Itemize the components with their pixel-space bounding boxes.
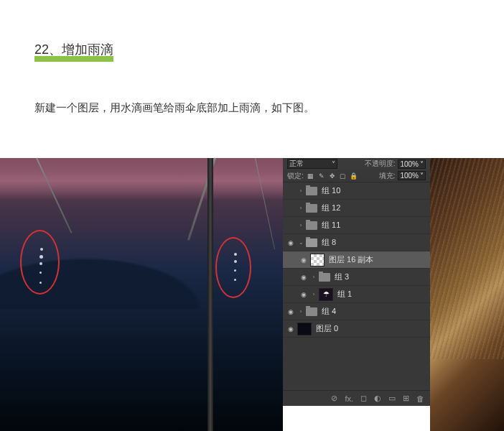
canvas-preview-left <box>0 158 283 431</box>
layer-row[interactable]: › 组 3 <box>283 269 430 286</box>
folder-icon <box>306 221 317 230</box>
lock-label: 锁定: <box>287 171 304 181</box>
raindrop <box>234 260 237 263</box>
blend-mode-select[interactable]: 正常˅ <box>287 159 337 169</box>
lock-all-icon[interactable]: 🔒 <box>350 172 358 180</box>
step-title: 22、增加雨滴 <box>34 43 113 62</box>
chevron-down-icon: ˅ <box>332 160 335 168</box>
layer-name: 组 1 <box>337 289 352 300</box>
expand-arrow-icon[interactable]: › <box>297 205 304 211</box>
raindrop <box>39 255 43 259</box>
layer-fx-icon[interactable]: fx. <box>345 394 353 403</box>
layer-row[interactable]: › 组 10 <box>283 182 430 200</box>
folder-icon <box>319 273 330 282</box>
expand-arrow-icon[interactable]: › <box>310 291 317 297</box>
layer-row[interactable]: 图层 0 <box>283 320 430 338</box>
layer-row[interactable]: › 组 4 <box>283 303 430 320</box>
raindrop <box>234 279 236 281</box>
new-group-icon[interactable]: ▭ <box>388 394 396 403</box>
expand-arrow-icon[interactable]: › <box>310 274 317 280</box>
layer-row[interactable]: › 组 12 <box>283 200 430 217</box>
raindrop <box>234 269 236 272</box>
folder-open-icon <box>306 238 317 247</box>
expand-arrow-icon[interactable]: ⌄ <box>297 239 304 246</box>
layer-thumbnail <box>297 323 312 335</box>
expand-arrow-icon[interactable]: › <box>297 187 304 194</box>
folder-icon <box>306 204 317 213</box>
layer-name: 组 3 <box>335 272 349 282</box>
annotation-circle <box>215 237 251 298</box>
opacity-label: 不透明度: <box>365 159 396 169</box>
fill-value[interactable]: 100%˅ <box>398 171 426 180</box>
lock-brush-icon[interactable]: ✎ <box>317 172 326 180</box>
layers-panel-footer: ⊘ fx. ◻ ◐ ▭ ⊞ 🗑 <box>283 390 430 406</box>
layer-row-selected[interactable]: 图层 16 副本 <box>283 251 430 269</box>
visibility-toggle[interactable] <box>286 186 296 196</box>
layer-name: 组 12 <box>322 203 340 213</box>
layer-name: 图层 0 <box>316 323 338 334</box>
visibility-toggle[interactable] <box>299 255 309 265</box>
expand-arrow-icon[interactable]: › <box>297 222 304 228</box>
adjustment-layer-icon[interactable]: ◐ <box>374 394 381 403</box>
layer-name: 组 11 <box>322 220 340 231</box>
step-description: 新建一个图层，用水滴画笔给雨伞底部加上雨滴，如下图。 <box>34 101 470 115</box>
folder-icon <box>306 187 317 195</box>
opacity-value[interactable]: 100%˅ <box>398 159 426 169</box>
layer-row[interactable]: ⌄ 组 8 <box>283 234 430 251</box>
visibility-toggle[interactable] <box>286 203 296 213</box>
layer-mask-icon[interactable]: ◻ <box>360 394 367 403</box>
new-layer-icon[interactable]: ⊞ <box>403 394 409 403</box>
layers-panel: 正常˅ 不透明度: 100%˅ 锁定: ▦ ✎ ✥ ▢ 🔒 填充: 100%˅ <box>283 158 430 406</box>
lock-move-icon[interactable]: ✥ <box>328 172 337 180</box>
lock-transparency-icon[interactable]: ▦ <box>307 172 315 180</box>
raindrop <box>40 248 43 251</box>
layer-name: 组 4 <box>322 306 336 317</box>
layer-name: 组 10 <box>322 185 340 196</box>
raindrop <box>39 272 42 274</box>
umbrella-pole <box>207 158 213 431</box>
raindrop <box>39 282 42 284</box>
fill-label: 填充: <box>379 171 396 181</box>
visibility-toggle[interactable] <box>286 324 296 334</box>
raindrop <box>234 253 237 256</box>
visibility-toggle[interactable] <box>286 221 296 231</box>
visibility-toggle[interactable] <box>286 307 296 317</box>
layer-row[interactable]: › 组 11 <box>283 217 430 234</box>
delete-layer-icon[interactable]: 🗑 <box>416 394 424 403</box>
folder-icon <box>306 307 317 316</box>
layer-name: 组 8 <box>322 237 336 248</box>
canvas-preview-right <box>430 158 504 431</box>
expand-arrow-icon[interactable]: › <box>297 308 304 315</box>
layer-name: 图层 16 副本 <box>329 254 373 265</box>
raindrop <box>39 262 42 265</box>
visibility-toggle[interactable] <box>299 289 309 300</box>
visibility-toggle[interactable] <box>286 238 296 248</box>
layer-thumbnail <box>319 288 333 301</box>
visibility-toggle[interactable] <box>299 272 309 282</box>
layer-thumbnail <box>310 254 325 267</box>
link-layers-icon[interactable]: ⊘ <box>331 394 337 403</box>
tutorial-screenshot: 正常˅ 不透明度: 100%˅ 锁定: ▦ ✎ ✥ ▢ 🔒 填充: 100%˅ <box>0 158 504 431</box>
layer-row[interactable]: › 组 1 <box>283 286 430 303</box>
lock-artboard-icon[interactable]: ▢ <box>339 172 347 180</box>
